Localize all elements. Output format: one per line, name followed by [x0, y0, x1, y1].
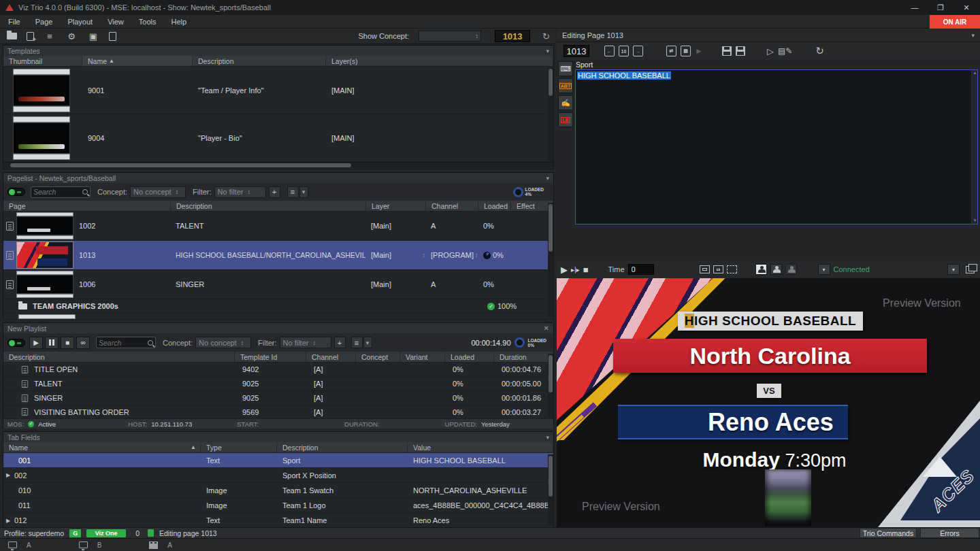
col-variant[interactable]: Variant	[400, 352, 445, 362]
continue-icon[interactable]: ▷	[767, 46, 774, 56]
refresh-page-icon[interactable]: ↻	[542, 31, 550, 41]
settings-gear-icon[interactable]: ⚙	[65, 31, 78, 41]
pagelist-searchbox[interactable]	[31, 186, 91, 198]
add-filter-button[interactable]: +	[334, 337, 346, 348]
show-concept-select[interactable]: ↕	[419, 31, 481, 41]
layer-box-icon[interactable]: LB	[558, 112, 573, 127]
col-concept[interactable]: Concept	[356, 352, 400, 362]
folder-row[interactable]: TEAM GRAPHICS 2000s ✓ 100%	[3, 299, 553, 314]
detach-window-icon[interactable]	[966, 266, 975, 273]
maximize-button[interactable]: ❐	[927, 0, 954, 15]
tab-fields-vertical-scrollbar[interactable]	[548, 454, 553, 525]
preview-options-dropdown[interactable]: ▾	[947, 264, 960, 275]
col-template-id[interactable]: Template Id	[235, 352, 306, 362]
menu-help[interactable]: Help	[171, 18, 186, 26]
chevron-down-icon[interactable]: ▾	[546, 48, 549, 54]
edit-script-icon[interactable]: ▤✎	[778, 46, 792, 56]
templates-panel-title[interactable]: Templates ▾	[3, 46, 553, 56]
filter-select[interactable]: No filter↕	[280, 337, 331, 348]
col-description[interactable]: Description	[193, 56, 326, 66]
chevron-down-icon[interactable]: ▾	[971, 32, 975, 39]
monitor-b-icon[interactable]	[79, 541, 88, 548]
template-row[interactable]: 9004 "Player - Bio" [MAIN]	[3, 114, 553, 162]
page-row[interactable]: 1006 SINGER [Main] A 0%	[3, 270, 553, 299]
keyboard-edit-icon[interactable]: ⌨	[558, 61, 573, 76]
close-icon[interactable]: ✕	[544, 324, 549, 332]
col-name[interactable]: Name ▲	[82, 56, 193, 66]
tab-field-row[interactable]: ▶ 012 Text Team1 Name Reno Aces	[3, 513, 553, 528]
read-next-page-icon[interactable]: →	[633, 46, 643, 56]
playlist-add-icon[interactable]: ≡	[44, 31, 56, 41]
col-description[interactable]: Description	[3, 352, 235, 362]
open-show-icon[interactable]	[7, 33, 17, 39]
tab-fields-panel-title[interactable]: Tab Fields ▾	[3, 432, 553, 442]
search-input[interactable]	[33, 188, 82, 196]
col-name[interactable]: Name▲	[3, 442, 201, 452]
page-row[interactable]: 1002 TALENT [Main] A 0%	[3, 212, 553, 241]
scroll-up-icon[interactable]: ▲	[972, 70, 978, 76]
goto-page-field[interactable]: 1013	[495, 30, 530, 42]
view-mode-button[interactable]: ≡	[287, 186, 299, 198]
playlist-row[interactable]: SINGER 9025 [A] 0% 00:00:01.86	[3, 391, 553, 405]
playlist-searchbox[interactable]	[96, 337, 156, 348]
play-button[interactable]: ▶	[561, 265, 568, 275]
playlist-row[interactable]: TALENT 9025 [A] 0% 00:00:05.00	[3, 377, 553, 391]
page-row-selected[interactable]: 1013 HIGH SCHOOL BASEBALL/NORTH_CAROLINA…	[3, 241, 553, 270]
editor-page-field[interactable]: 1013	[564, 45, 589, 57]
key-preview-icon[interactable]	[770, 264, 782, 275]
playlist-panel-title[interactable]: New Playlist ✕	[3, 323, 553, 333]
save-page-as-icon[interactable]	[736, 46, 745, 56]
col-channel[interactable]: Channel	[426, 201, 478, 211]
col-thumbnail[interactable]: Thumbnail	[3, 56, 82, 66]
templates-vertical-scrollbar[interactable]	[548, 67, 553, 162]
tab-field-row[interactable]: 011 Image Team 1 Logo aces_4B88BE_000000…	[3, 498, 553, 513]
monitor-a-icon[interactable]	[8, 541, 17, 548]
col-loaded[interactable]: Loaded	[478, 201, 511, 211]
reload-template-icon[interactable]: ↻	[815, 45, 824, 57]
key-preview-active-icon[interactable]	[755, 264, 767, 275]
col-page[interactable]: Page	[3, 201, 171, 211]
autofill-icon[interactable]: ⇄	[666, 46, 676, 56]
loop-button[interactable]: ∞	[76, 337, 90, 349]
close-button[interactable]: ✕	[953, 0, 980, 15]
playlist-row[interactable]: TITLE OPEN 9402 [A] 0% 00:00:04.76	[3, 363, 553, 377]
pause-button[interactable]	[45, 337, 59, 349]
read-page-icon[interactable]: 10	[619, 46, 629, 56]
add-filter-button[interactable]: +	[269, 186, 280, 198]
bounding-box-icon[interactable]	[727, 265, 737, 273]
col-effect[interactable]: Effect	[511, 201, 553, 211]
tab-field-row[interactable]: ▶ 002 Sport X Position	[3, 468, 553, 483]
view-mode-dropdown[interactable]: ▾	[363, 337, 372, 348]
search-input[interactable]	[99, 339, 148, 347]
col-layers[interactable]: Layer(s)	[326, 56, 553, 66]
pagelist-vertical-scrollbar[interactable]	[548, 203, 553, 317]
new-page-icon[interactable]: +	[27, 32, 34, 41]
pagelist-panel-title[interactable]: Pagelist - Newtek_sports/Baseball ▾	[3, 173, 553, 183]
concept-select[interactable]: No concept↕	[195, 337, 251, 348]
import-page-icon[interactable]	[109, 32, 116, 41]
text-format-icon[interactable]: ABT	[558, 78, 573, 93]
playlist-row[interactable]: VISITING BATTING ORDER 9569 [A] 0% 00:00…	[3, 405, 553, 419]
col-layer[interactable]: Layer	[366, 201, 426, 211]
menu-file[interactable]: File	[8, 18, 20, 26]
play-button[interactable]: ▶	[29, 337, 43, 349]
col-description[interactable]: Description	[171, 201, 366, 211]
menu-tools[interactable]: Tools	[139, 18, 157, 26]
minimize-button[interactable]: —	[901, 0, 928, 15]
tab-field-row[interactable]: 010 Image Team 1 Swatch NORTH_CAROLINA_A…	[3, 483, 553, 498]
expand-caret-icon[interactable]: ▶	[3, 518, 13, 524]
stop-button[interactable]: ■	[61, 337, 74, 349]
export-page-icon[interactable]: ▣	[87, 31, 99, 41]
expand-caret-icon[interactable]: ▶	[3, 472, 13, 478]
title-area-icon[interactable]	[713, 265, 723, 273]
safe-area-icon[interactable]	[700, 265, 710, 273]
chevron-down-icon[interactable]: ▾	[546, 175, 549, 182]
video-out-icon[interactable]	[149, 541, 158, 549]
char-lookup-icon[interactable]: ✍	[558, 95, 573, 110]
key-preview-alt-icon[interactable]	[785, 264, 797, 275]
view-mode-dropdown[interactable]: ▾	[299, 186, 308, 198]
read-prev-page-icon[interactable]: ←	[604, 46, 615, 56]
scroll-down-icon[interactable]: ▼	[972, 218, 978, 224]
col-channel[interactable]: Channel	[306, 352, 356, 362]
template-row[interactable]: 9001 "Team / Player Info" [MAIN]	[3, 67, 553, 114]
